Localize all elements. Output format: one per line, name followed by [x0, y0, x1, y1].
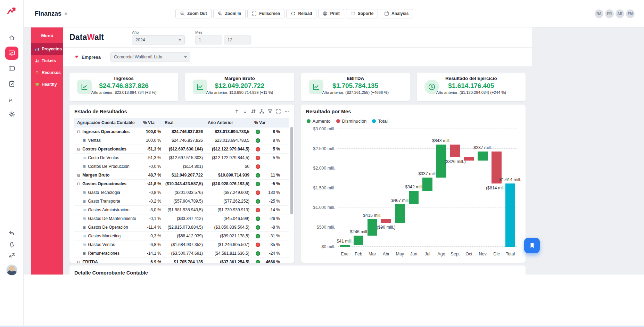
- settings-icon[interactable]: [5, 108, 18, 121]
- waterfall-bar-oct[interactable]: [464, 157, 474, 161]
- toolbar-button-print[interactable]: Print: [318, 9, 344, 18]
- waterfall-bar-feb[interactable]: [354, 236, 364, 245]
- svg-text:A: A: [9, 254, 11, 258]
- waterfall-bar-abr[interactable]: [381, 219, 391, 223]
- column-header-real[interactable]: Real: [161, 118, 204, 128]
- legend-item-total[interactable]: Total: [372, 118, 387, 124]
- home-icon[interactable]: [5, 31, 18, 44]
- collapse-row-icon[interactable]: ⊟: [77, 182, 80, 186]
- table-row[interactable]: ⊞Gastos De Mantenimiento-0,1 %($33.347.4…: [74, 214, 289, 223]
- waterfall-bar-may[interactable]: [395, 204, 405, 223]
- arrow-down-icon[interactable]: [242, 109, 248, 114]
- row-pct-sales-cell: 100,0 %: [140, 138, 161, 143]
- month-to-input[interactable]: [224, 35, 251, 44]
- toolbar-button-analysis[interactable]: Analysis: [380, 9, 413, 18]
- table-row[interactable]: ⊞Costo De Ventas-51,3 %($12.697.515.303)…: [74, 154, 289, 162]
- more-icon[interactable]: [284, 109, 289, 114]
- expand-row-icon[interactable]: ⊞: [83, 190, 86, 195]
- waterfall-bar-ene[interactable]: [340, 245, 350, 247]
- toolbar-button-zoom-out[interactable]: Zoom Out: [175, 9, 212, 18]
- avatar-chip-fr[interactable]: FR: [605, 9, 614, 18]
- table-row[interactable]: ⊞Gasto Tecnologia-0,8 %($201.033.576)($8…: [74, 188, 289, 197]
- company-select[interactable]: Comercial Walticraft Ltda.: [110, 52, 190, 62]
- sort-icon[interactable]: [251, 109, 256, 114]
- collapse-row-icon[interactable]: ⊟: [77, 260, 80, 263]
- horizontal-scrollbar[interactable]: [0, 326, 644, 327]
- expand-row-icon[interactable]: ⊞: [83, 199, 86, 204]
- filter-icon[interactable]: [267, 109, 273, 114]
- collapse-row-icon[interactable]: ⊟: [77, 147, 80, 152]
- waterfall-bar-jun[interactable]: [409, 191, 419, 204]
- expand-row-icon[interactable]: ⊞: [83, 164, 86, 169]
- toolbar-button-zoom-in[interactable]: Zoom In: [213, 9, 246, 18]
- table-row[interactable]: ⊞Gastos Administracion-8,0 %($1.981.938.…: [74, 206, 289, 214]
- column-header-agrupaci-n-cuenta-contable[interactable]: Agrupación Cuenta Contable: [74, 118, 140, 128]
- table-row[interactable]: ⊞Gastos De Operación-11,4 %($2.815.073.8…: [74, 223, 289, 232]
- expand-row-icon[interactable]: ⊞: [83, 251, 86, 256]
- sidebar-item-recursos[interactable]: Recursos: [31, 67, 63, 79]
- expand-row-icon[interactable]: ⊞: [83, 234, 86, 238]
- table-row[interactable]: ⊞Remuneraciones-14,1 %($3.500.774.691)($…: [74, 249, 289, 258]
- hierarchy-icon[interactable]: [259, 109, 264, 114]
- legend-item-aumento[interactable]: Aumento: [307, 118, 331, 124]
- waterfall-bar-nov[interactable]: [478, 152, 488, 161]
- table-row[interactable]: ⊟Margen Bruto48,7 %$12.049.207.722$10.89…: [74, 171, 289, 180]
- notifications-icon[interactable]: [6, 239, 17, 249]
- user-avatar[interactable]: [6, 264, 17, 276]
- expand-row-icon[interactable]: ⊞: [83, 225, 86, 230]
- toolbar-button-fullscreen[interactable]: Fullscreen: [247, 9, 284, 18]
- column-header-a-o-anterior[interactable]: Año Anterior: [204, 118, 251, 128]
- legend-item-disminuci-n[interactable]: Disminución: [336, 118, 367, 124]
- collapse-icon[interactable]: [6, 228, 17, 238]
- detail-panel: Detalle Comprobante Contable: [69, 265, 526, 275]
- waterfall-plot-area: $41 mill.Ene$246 millFeb$415 mill.Mar($9…: [338, 129, 518, 247]
- formula-icon[interactable]: fx: [5, 92, 18, 106]
- table-row[interactable]: ⊞Gastos Ventas-6,8 %($1.684.937.352)($1.…: [74, 240, 289, 249]
- row-prev-year-cell: ($12.122.979.844,5): [204, 155, 251, 160]
- month-from-input[interactable]: [195, 35, 222, 44]
- year-select[interactable]: 2024: [132, 35, 185, 44]
- dashboard-icon[interactable]: [5, 47, 18, 60]
- expand-row-icon[interactable]: ⊞: [83, 216, 86, 221]
- waterfall-bar-total[interactable]: [505, 183, 515, 247]
- tasks-icon[interactable]: [5, 77, 18, 90]
- waterfall-bar-sept[interactable]: [450, 145, 460, 157]
- table-row[interactable]: ⊞Costos De Producción-0,0 %($114.801)$0: [74, 162, 289, 171]
- avatar-chip-ra[interactable]: RA: [594, 9, 604, 18]
- bookmark-fab[interactable]: [524, 238, 540, 253]
- table-row[interactable]: ⊞Ventas100,0 %$24.746.837.826$23.013.694…: [74, 136, 289, 145]
- ticket-icon[interactable]: [5, 62, 18, 75]
- bar-value-label: $337 mill.: [418, 171, 437, 176]
- row-pct-sales-cell: 100,0 %: [140, 129, 161, 134]
- expand-row-icon[interactable]: ⊞: [83, 243, 86, 247]
- expand-row-icon[interactable]: ⊞: [83, 138, 86, 143]
- table-row[interactable]: ⊟Costos Operacionales-51,3 %($12.697.630…: [74, 145, 289, 154]
- table-row[interactable]: ⊞Gastos Marketing-0,3 %($68.412.939)($99…: [74, 232, 289, 240]
- app-logo-icon[interactable]: [6, 6, 18, 16]
- waterfall-bar-jul[interactable]: [422, 178, 432, 191]
- focus-icon[interactable]: [276, 109, 281, 114]
- arrow-up-icon[interactable]: [234, 109, 239, 114]
- sidebar-item-proyectos[interactable]: Proyectos: [31, 43, 63, 55]
- sidebar-item-healthy[interactable]: Healthy: [31, 79, 63, 90]
- avatar-chip-fm[interactable]: FM: [626, 9, 635, 18]
- table-row[interactable]: ⊞Gasto Transporte-0,2 %($57.904.789,5)($…: [74, 197, 289, 206]
- column-header-var[interactable]: % Var: [251, 118, 282, 128]
- sidebar-item-label: Proyectos: [42, 47, 62, 51]
- table-row[interactable]: ⊟EBITDA6,9 %$1.705.784.135($37.361.254,5…: [74, 258, 289, 263]
- sidebar-item-tickets[interactable]: Tickets: [31, 55, 63, 67]
- table-row[interactable]: ⊟Gastos Operacionales-41,8 %($10.343.423…: [74, 180, 289, 188]
- waterfall-bar-mar[interactable]: [368, 219, 378, 236]
- toolbar-button-reload[interactable]: Reload: [286, 9, 316, 18]
- table-row[interactable]: ⊟Ingresos Operacionales100,0 %$24.746.83…: [74, 128, 289, 136]
- collapse-row-icon[interactable]: ⊟: [77, 173, 80, 178]
- toolbar-button-soporte[interactable]: Soporte: [346, 9, 378, 18]
- column-header-vta[interactable]: % Vta: [140, 118, 161, 128]
- avatar-chip-ar[interactable]: AR: [615, 9, 625, 18]
- language-icon[interactable]: A: [6, 251, 17, 260]
- expand-row-icon[interactable]: ⊞: [83, 156, 86, 160]
- expand-row-icon[interactable]: ⊞: [83, 208, 86, 212]
- collapse-row-icon[interactable]: ⊟: [77, 130, 80, 134]
- table-scrollbar-thumb[interactable]: [290, 127, 293, 214]
- row-real-cell: ($2.815.073.884,5): [161, 225, 204, 230]
